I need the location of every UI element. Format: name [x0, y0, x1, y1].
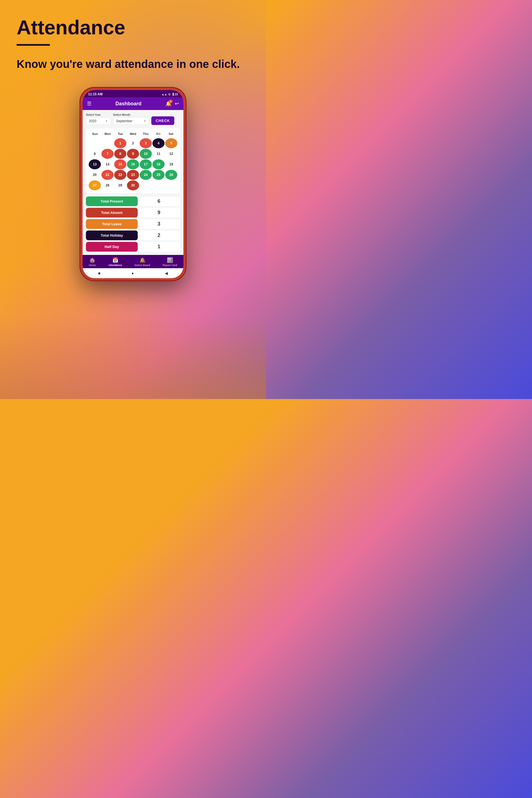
- calendar-cell[interactable]: 1: [114, 138, 126, 148]
- stats-container: Total Present6Total Absent9Total Leave3T…: [86, 196, 180, 252]
- calendar-cell[interactable]: 13: [89, 159, 101, 169]
- day-label-wed: Wed: [127, 131, 139, 137]
- month-selector-group: Select Month September ▼: [113, 113, 149, 125]
- calendar-cell: [101, 138, 114, 148]
- stat-label: Total Present: [86, 196, 138, 206]
- status-bar: 11:15 AM ▲▲ ⊙ 🔋23: [82, 90, 184, 97]
- calendar-cell[interactable]: 29: [114, 180, 126, 190]
- selector-row: Select Year 2020 ▼ Select Month Septembe…: [86, 113, 180, 125]
- calendar-cell[interactable]: 28: [101, 180, 114, 190]
- nav-item-home[interactable]: 🏠Home: [89, 257, 96, 267]
- system-navigation: ■●◀: [82, 268, 184, 278]
- calendar-cell[interactable]: 23: [127, 170, 139, 180]
- calendar-cell: [152, 180, 165, 190]
- calendar-cell[interactable]: 12: [165, 149, 177, 159]
- notification-badge: 0: [169, 99, 173, 103]
- stat-value: 1: [138, 244, 180, 250]
- app-header: ☰ Dashboard 🔔 0 ↩: [82, 97, 184, 110]
- nav-label: Attendance: [108, 264, 122, 267]
- calendar-cell[interactable]: 25: [152, 170, 165, 180]
- calendar-cell[interactable]: 10: [140, 149, 152, 159]
- month-dropdown-arrow: ▼: [144, 120, 146, 122]
- title-divider: [17, 44, 50, 46]
- phone-outer-frame: 11:15 AM ▲▲ ⊙ 🔋23 ☰ Dashboard 🔔 0 ↩: [80, 88, 186, 280]
- calendar-cell[interactable]: 26: [165, 170, 177, 180]
- app-content: Select Year 2020 ▼ Select Month Septembe…: [82, 110, 184, 255]
- calendar-cell[interactable]: 16: [127, 159, 139, 169]
- stat-row-present: Total Present6: [86, 196, 180, 206]
- stat-label: Total Holiday: [86, 230, 138, 240]
- home-button[interactable]: ●: [131, 271, 134, 276]
- battery-icon: 🔋23: [172, 93, 178, 96]
- nav-icon: 🔔: [139, 257, 146, 263]
- page-title: Attendance: [17, 17, 249, 39]
- calendar-cell[interactable]: 22: [114, 170, 126, 180]
- square-button[interactable]: ■: [98, 271, 100, 276]
- year-value: 2020: [89, 119, 96, 123]
- nav-icon: 🏠: [89, 257, 95, 263]
- stat-row-halfday: Half Day1: [86, 242, 180, 252]
- stat-row-holiday: Total Holiday2: [86, 230, 180, 240]
- check-button[interactable]: CHECK: [151, 116, 174, 125]
- stat-value: 9: [138, 210, 180, 215]
- year-selector-group: Select Year 2020 ▼: [86, 113, 111, 125]
- calendar-cell[interactable]: 5: [165, 138, 177, 148]
- nav-label: Notice Board: [135, 264, 150, 267]
- calendar-cell: [140, 180, 152, 190]
- wifi-icon: ⊙: [168, 93, 170, 96]
- month-value: September: [116, 119, 132, 123]
- calendar-cell[interactable]: 8: [114, 149, 126, 159]
- calendar-cell[interactable]: 19: [165, 159, 177, 169]
- calendar-cell[interactable]: 3: [140, 138, 152, 148]
- stat-value: 6: [138, 198, 180, 204]
- phone-mockup: 11:15 AM ▲▲ ⊙ 🔋23 ☰ Dashboard 🔔 0 ↩: [0, 88, 266, 280]
- calendar-cell[interactable]: 15: [114, 159, 126, 169]
- calendar-cell[interactable]: 30: [127, 180, 139, 190]
- day-label-thu: Thu: [139, 131, 152, 137]
- month-label: Select Month: [113, 113, 149, 116]
- stat-row-absent: Total Absent9: [86, 208, 180, 217]
- status-icons: ▲▲ ⊙ 🔋23: [162, 93, 178, 96]
- calendar-cell[interactable]: 6: [89, 149, 101, 159]
- year-label: Select Year: [86, 113, 111, 116]
- menu-button[interactable]: ☰: [87, 100, 92, 107]
- month-dropdown[interactable]: September ▼: [113, 117, 149, 125]
- calendar-grid: 1234567891011121314151617181920212223242…: [89, 138, 177, 190]
- calendar-cell: [165, 180, 177, 190]
- nav-item-notice-board[interactable]: 🔔Notice Board: [135, 257, 150, 267]
- calendar-cell[interactable]: 27: [89, 180, 101, 190]
- phone-screen: 11:15 AM ▲▲ ⊙ 🔋23 ☰ Dashboard 🔔 0 ↩: [82, 90, 184, 278]
- calendar-cell[interactable]: 18: [152, 159, 165, 169]
- calendar-cell[interactable]: 2: [127, 138, 139, 148]
- calendar-cell: [89, 138, 101, 148]
- calendar-header: SunMonTueWedThuFriSat: [89, 131, 177, 137]
- notification-button[interactable]: 🔔 0: [166, 100, 172, 107]
- back-button[interactable]: ◀: [165, 271, 168, 276]
- stat-row-leave: Total Leave3: [86, 219, 180, 229]
- calendar-cell[interactable]: 24: [140, 170, 152, 180]
- nav-item-attendance[interactable]: 📅Attendance: [108, 257, 122, 267]
- calendar-cell[interactable]: 4: [152, 138, 165, 148]
- water-background: [0, 316, 266, 399]
- stat-label: Total Absent: [86, 208, 138, 217]
- stat-value: 3: [138, 221, 180, 227]
- calendar-cell[interactable]: 11: [152, 149, 165, 159]
- year-dropdown[interactable]: 2020 ▼: [86, 117, 111, 125]
- calendar: SunMonTueWedThuFriSat 123456789101112131…: [86, 128, 180, 193]
- calendar-cell[interactable]: 9: [127, 149, 139, 159]
- calendar-cell[interactable]: 21: [101, 170, 114, 180]
- calendar-cell[interactable]: 17: [140, 159, 152, 169]
- day-label-tue: Tue: [114, 131, 127, 137]
- calendar-cell[interactable]: 7: [101, 149, 114, 159]
- hero-subtitle: Know you're ward attendance in one click…: [17, 57, 249, 71]
- signal-icon: ▲▲: [162, 93, 167, 96]
- stat-value: 2: [138, 232, 180, 238]
- calendar-cell[interactable]: 20: [89, 170, 101, 180]
- nav-label: Report Card: [163, 264, 177, 267]
- nav-item-report-card[interactable]: 📊Report Card: [163, 257, 177, 267]
- back-button[interactable]: ↩: [175, 100, 179, 107]
- header-actions: 🔔 0 ↩: [166, 100, 179, 107]
- nav-icon: 📅: [112, 257, 118, 263]
- bottom-navigation: 🏠Home📅Attendance🔔Notice Board📊Report Car…: [82, 255, 184, 268]
- calendar-cell[interactable]: 14: [101, 159, 114, 169]
